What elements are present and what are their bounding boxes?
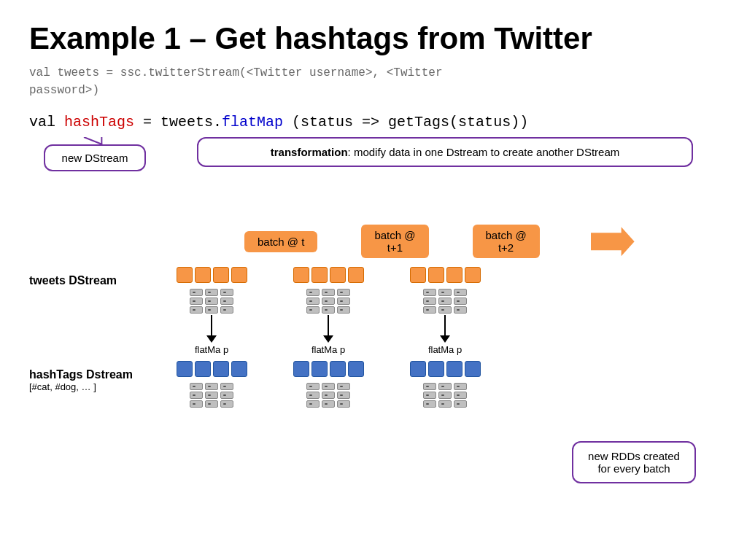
hashtags-batch-t [175,361,248,408]
batch-label-t: batch @ t [244,231,317,252]
server-icon [322,383,335,408]
tweets-rdd-t2 [410,267,481,283]
tweets-rdd-t1 [293,267,364,283]
server-icon [306,289,320,314]
rdd-block-blue [213,361,229,377]
server-icon [322,289,335,314]
code-block-1: val tweets = ssc.twitterStream(<Twitter … [29,64,718,99]
hashtags-rdd-t [177,361,247,377]
hashtags-sublabel: [#cat, #dog, … ] [29,381,175,392]
flatmap-label-t2: flatMa p [428,344,462,355]
rdd-block [177,267,193,283]
rdd-block-blue [446,361,462,377]
hashtags-batch-t2 [409,361,481,408]
batch-row: batch @ t batch @t+1 batch @t+2 [244,225,718,258]
rdd-block [348,267,364,283]
rdd-block [231,267,247,283]
hashtags-dstream-label: hashTags Dstream [29,368,175,381]
batch-label-t2: batch @t+2 [473,225,540,258]
rdd-block [410,267,426,283]
rdd-block-blue [195,361,211,377]
flatmap-label-t: flatMa p [195,344,228,355]
batch-label-t1: batch @t+1 [361,225,428,258]
server-icon [190,289,203,314]
server-icon [190,383,203,408]
hashtags-dstream-row: hashTags Dstream [#cat, #dog, … ] [29,361,718,408]
rdd-block [446,267,462,283]
callout-area: new DStream transformation: modify data … [29,137,718,217]
server-icon [454,289,467,314]
svg-line-0 [84,137,102,144]
rdd-block [293,267,309,283]
dstream-diagram: tweets DStream [29,267,718,408]
timeline-arrow [591,227,635,256]
rdd-block [311,267,328,283]
server-icon [220,289,233,314]
rdd-block [428,267,444,283]
rdd-block [195,267,211,283]
hashtags-batch-t1 [292,361,365,408]
server-icon [306,383,320,408]
callout-transformation: transformation: modify data in one Dstre… [197,137,693,167]
tweets-rdd-t [177,267,247,283]
arrow-down [440,315,450,343]
server-stack-t [190,289,233,314]
server-icon [205,289,218,314]
server-icon [220,383,233,408]
rdd-block-blue [231,361,247,377]
rdd-block [465,267,481,283]
hashtags-label-col: hashTags Dstream [#cat, #dog, … ] [29,361,175,392]
code-line-flatmap: val hashTags = tweets.flatMap (status =>… [29,112,718,133]
tweets-batch-t2: flatMa p [409,267,481,355]
arrow-down [206,315,217,343]
server-icon [438,289,452,314]
hashtags-rdd-t2 [410,361,481,377]
tweets-dstream-label: tweets DStream [29,274,175,287]
rdd-block-blue [465,361,481,377]
tweets-dstream-row: tweets DStream [29,267,718,355]
tweets-batch-t1: flatMa p [292,267,365,355]
rdd-block-blue [330,361,346,377]
server-icon [423,383,436,408]
rdd-block [330,267,346,283]
tweets-batch-t: flatMa p [175,267,248,355]
slide: Example 1 – Get hashtags from Twitter va… [0,0,747,560]
hashtags-rdd-t1 [293,361,364,377]
rdd-block [213,267,229,283]
rdd-block-blue [428,361,444,377]
server-stack-t2 [423,289,467,314]
tweets-batch-col: flatMa p [175,267,481,355]
rdd-block-blue [348,361,364,377]
server-icon [438,383,452,408]
hashtags-batch-col [175,361,481,408]
rdd-block-blue [311,361,328,377]
rdd-block-blue [293,361,309,377]
server-stack-hashtags-t [190,383,233,408]
server-stack-t1 [306,289,350,314]
flatmap-label-t1: flatMa p [311,344,345,355]
rdd-block-blue [177,361,193,377]
rdd-block-blue [410,361,426,377]
page-title: Example 1 – Get hashtags from Twitter [29,22,718,55]
callout-new-rdds: new RDDs created for every batch [572,441,696,483]
arrow-down [323,315,333,343]
server-stack-hashtags-t1 [306,383,350,408]
server-icon [423,289,436,314]
server-icon [337,289,350,314]
tweets-label-col: tweets DStream [29,267,175,287]
server-icon [337,383,350,408]
server-stack-hashtags-t2 [423,383,467,408]
callout-new-dstream: new DStream [44,144,146,171]
server-icon [205,383,218,408]
server-icon [454,383,467,408]
